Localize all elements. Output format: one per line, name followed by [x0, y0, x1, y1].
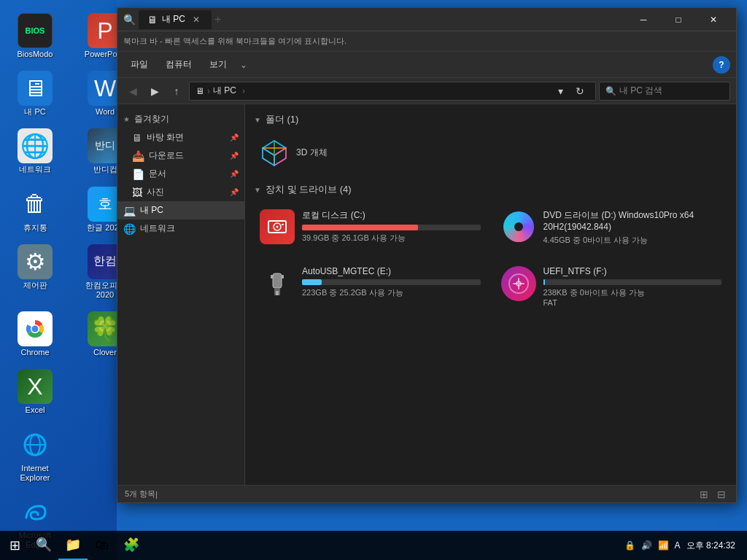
usb-icon-wrap: [260, 266, 295, 301]
dvd-icon-wrap: [501, 209, 536, 244]
local-disk-icon: [260, 209, 295, 244]
svg-marker-9: [263, 148, 274, 166]
network-icon: 🌐: [18, 128, 53, 163]
control-icon: ⚙: [18, 244, 53, 279]
nav-pane: ★ 즐겨찾기 🖥 바탕 화면 📌 📥 다운로드 📌 📄 문서 📌 🖼 사진: [117, 104, 245, 485]
large-icons-view-button[interactable]: ⊟: [714, 487, 729, 502]
folder-3d-label: 3D 개체: [296, 147, 328, 159]
ribbon-tab-computer[interactable]: 컴퓨터: [158, 55, 199, 74]
ribbon-tab-file[interactable]: 파일: [123, 55, 155, 74]
nav-quick-access[interactable]: ★ 즐겨찾기: [117, 110, 244, 128]
desktop-icon-network[interactable]: 🌐 네트워크: [6, 125, 64, 177]
taskbar-puzzle[interactable]: 🧩: [117, 531, 146, 560]
mypc-icon: 🖥: [18, 71, 53, 106]
network-nav-icon: 🌐: [123, 223, 136, 235]
nav-mypc-label: 내 PC: [140, 204, 163, 217]
usb-drive-icon: [260, 266, 295, 301]
nav-documents-label: 문서: [149, 168, 166, 180]
tray-network-icon: 📶: [658, 540, 669, 551]
close-button[interactable]: ✕: [697, 8, 730, 31]
taskbar-search[interactable]: 🔍: [29, 531, 58, 560]
drive-c-bar-wrap: [302, 225, 481, 230]
path-arrow: ›: [242, 86, 245, 96]
clover-label: Clover: [93, 348, 117, 357]
drive-e-size: 223GB 중 25.2GB 사용 가능: [302, 287, 481, 298]
drive-f-fs: FAT: [543, 298, 722, 307]
path-separator: ›: [207, 86, 210, 96]
svg-rect-15: [282, 224, 284, 225]
drive-c-bar: [302, 225, 418, 230]
desktop-icon-ie[interactable]: Internet Explorer: [6, 424, 64, 486]
desktop-nav-icon: 🖥: [132, 132, 142, 144]
bios-label: BiosModo: [18, 50, 53, 59]
taskbar-explorer[interactable]: 📁: [58, 531, 88, 560]
svg-rect-20: [282, 275, 284, 279]
nav-item-downloads[interactable]: 📥 다운로드 📌: [117, 147, 244, 165]
desktop-icon-control[interactable]: ⚙ 제어판: [6, 241, 64, 303]
drive-item-e[interactable]: AutoUSB_MGTEC (E:) 223GB 중 25.2GB 사용 가능: [254, 260, 487, 313]
svg-rect-19: [271, 275, 273, 279]
mypc-label: 내 PC: [24, 107, 45, 117]
nav-item-network[interactable]: 🌐 네트워크: [117, 219, 244, 238]
taskbar: ⊞ 🔍 📁 🛍 🧩 🔒 🔊 📶 A 오후 8:24:32: [0, 531, 747, 560]
svg-rect-16: [273, 273, 282, 288]
start-button[interactable]: ⊞: [0, 531, 29, 560]
forward-button[interactable]: ▶: [145, 82, 164, 101]
drive-f-info: UEFI_NTFS (F:) 238KB 중 0바이트 사용 가능 FAT: [543, 266, 722, 307]
taskbar-store[interactable]: 🛍: [88, 531, 117, 560]
folder-item-3d[interactable]: 3D 개체: [254, 133, 727, 171]
drive-d-size: 4.45GB 중 0바이트 사용 가능: [543, 235, 722, 246]
search-box[interactable]: 🔍 내 PC 검색: [599, 82, 730, 101]
bookmark-bar: 북마크 바 - 빠른 액세스를 위해 북마크들을 여기에 표시합니다.: [117, 31, 736, 52]
window-tab[interactable]: 🖥 내 PC ✕: [139, 10, 212, 29]
chrome-icon: [18, 311, 53, 346]
desktop-icon-mypc[interactable]: 🖥 내 PC: [6, 68, 64, 120]
tray-speaker-icon: 🔊: [641, 540, 652, 551]
file-explorer-window: 🔍 🖥 내 PC ✕ + ─ □ ✕ 북마크 바 - 빠른 액세스를 위해 북마…: [117, 7, 737, 503]
ribbon-tab-view[interactable]: 보기: [202, 55, 234, 74]
pin-icon-dl: 📌: [230, 152, 239, 160]
nav-item-documents[interactable]: 📄 문서 📌: [117, 165, 244, 183]
downloads-nav-icon: 📥: [132, 150, 144, 162]
refresh-button[interactable]: ↻: [570, 82, 589, 101]
drives-grid: 로컬 디스크 (C:) 39.9GB 중 26.1GB 사용 가능: [254, 203, 727, 313]
pictures-nav-icon: 🖼: [132, 187, 142, 198]
nav-network-label: 네트워크: [140, 222, 175, 235]
maximize-button[interactable]: □: [662, 8, 695, 31]
up-button[interactable]: ↑: [167, 82, 186, 101]
desktop-icon-recycle[interactable]: 🗑 휴지통: [6, 184, 64, 236]
desktop-icon-chrome[interactable]: Chrome: [6, 308, 64, 360]
status-bar: 5개 항목 | ⊞ ⊟: [117, 485, 736, 502]
nav-item-pictures[interactable]: 🖼 사진 📌: [117, 183, 244, 201]
help-button[interactable]: ?: [713, 56, 730, 74]
search-placeholder: 내 PC 검색: [619, 85, 662, 97]
svg-point-14: [276, 226, 279, 228]
tab-pc-icon: 🖥: [147, 14, 158, 26]
address-path[interactable]: 🖥 › 내 PC › ▾ ↻: [189, 82, 596, 101]
desktop-icon-bios[interactable]: BIOS BiosModo: [6, 10, 64, 62]
drive-f-name: UEFI_NTFS (F:): [543, 266, 722, 276]
nav-item-desktop[interactable]: 🖥 바탕 화면 📌: [117, 128, 244, 147]
folders-header-text: 폴더 (1): [266, 113, 299, 126]
ribbon-expand-button[interactable]: ⌄: [237, 57, 250, 73]
back-button[interactable]: ◀: [123, 82, 142, 101]
clock: 오후 8:24:32: [686, 540, 735, 552]
tab-close-button[interactable]: ✕: [190, 13, 203, 26]
recycle-icon: 🗑: [18, 187, 53, 222]
uefi-drive-icon: [501, 266, 536, 301]
drives-section-header: 장치 및 드라이브 (4): [254, 183, 727, 196]
tray-ime-indicator[interactable]: A: [675, 540, 681, 551]
drive-item-c[interactable]: 로컬 디스크 (C:) 39.9GB 중 26.1GB 사용 가능: [254, 203, 487, 252]
nav-item-mypc[interactable]: 💻 내 PC: [117, 201, 244, 219]
drive-item-f[interactable]: UEFI_NTFS (F:) 238KB 중 0바이트 사용 가능 FAT: [495, 260, 728, 313]
drive-item-d[interactable]: DVD 드라이브 (D:) Windows10Pro x64 20H2(1904…: [495, 203, 728, 252]
details-view-button[interactable]: ⊞: [697, 487, 711, 502]
svg-marker-8: [274, 148, 286, 166]
address-dropdown-button[interactable]: ▾: [553, 82, 568, 101]
address-bar: ◀ ▶ ↑ 🖥 › 내 PC › ▾ ↻ 🔍 내 PC 검색: [117, 78, 736, 104]
minimize-button[interactable]: ─: [627, 8, 660, 31]
desktop-icon-excel[interactable]: X Excel: [6, 366, 64, 418]
pin-icon-pic: 📌: [230, 188, 239, 196]
status-count: 5개 항목: [125, 489, 155, 499]
new-tab-button[interactable]: +: [214, 13, 221, 26]
